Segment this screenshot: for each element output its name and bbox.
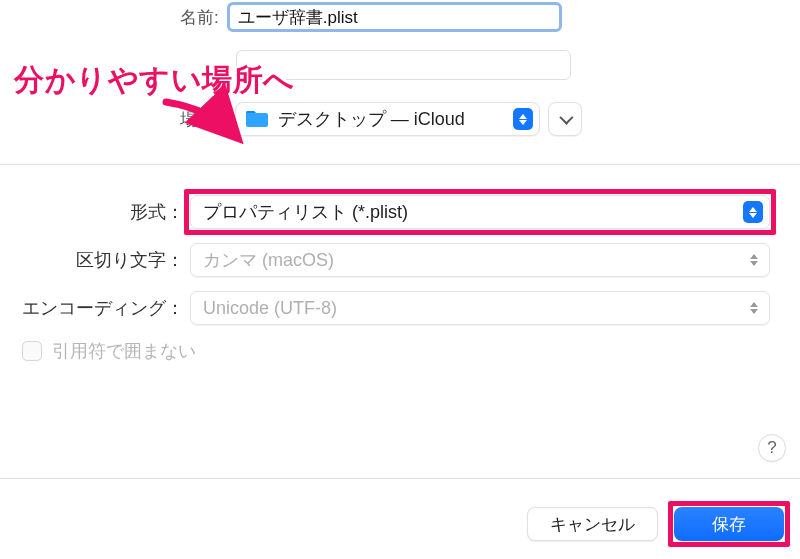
- folder-icon: [244, 108, 270, 130]
- location-text: デスクトップ — iCloud: [278, 107, 505, 131]
- annotation-text: 分かりやすい場所へ: [14, 60, 295, 101]
- updown-stepper-icon: [745, 250, 763, 270]
- updown-stepper-icon: [513, 108, 533, 130]
- updown-stepper-icon: [745, 298, 763, 318]
- cancel-button[interactable]: キャンセル: [527, 507, 658, 541]
- no-quote-label: 引用符で囲まない: [52, 339, 196, 363]
- save-button[interactable]: 保存: [674, 507, 784, 541]
- updown-stepper-icon: [743, 201, 763, 223]
- filename-input[interactable]: [227, 2, 562, 32]
- format-select[interactable]: プロパティリスト (*.plist): [190, 195, 770, 229]
- location-label: 場所:: [180, 108, 219, 131]
- save-label: 保存: [712, 513, 746, 536]
- no-quote-checkbox: [22, 341, 42, 361]
- encoding-label: エンコーディング：: [0, 296, 190, 320]
- delimiter-value: カンマ (macOS): [203, 248, 745, 272]
- divider: [0, 478, 800, 479]
- help-button[interactable]: ?: [758, 434, 786, 462]
- format-label: 形式：: [0, 200, 190, 224]
- cancel-label: キャンセル: [550, 513, 635, 536]
- name-label: 名前:: [180, 6, 219, 29]
- encoding-value: Unicode (UTF-8): [203, 298, 745, 319]
- question-icon: ?: [767, 438, 776, 458]
- format-value: プロパティリスト (*.plist): [203, 200, 743, 224]
- encoding-select: Unicode (UTF-8): [190, 291, 770, 325]
- delimiter-label: 区切り文字：: [0, 248, 190, 272]
- location-dropdown[interactable]: デスクトップ — iCloud: [235, 102, 540, 136]
- chevron-down-icon: [559, 111, 573, 125]
- delimiter-select: カンマ (macOS): [190, 243, 770, 277]
- expand-button[interactable]: [548, 102, 582, 136]
